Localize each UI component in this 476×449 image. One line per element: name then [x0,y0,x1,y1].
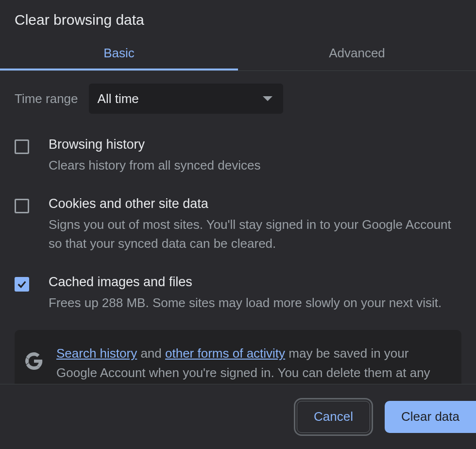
option-desc: Clears history from all synced devices [49,156,461,175]
time-range-select[interactable]: All time [89,84,283,114]
dialog-footer: Cancel Clear data [0,384,476,449]
checkbox-cookies[interactable] [15,199,29,213]
search-history-link[interactable]: Search history [56,346,137,361]
time-range-label: Time range [15,91,78,106]
option-cookies: Cookies and other site data Signs you ou… [0,186,476,264]
option-desc: Signs you out of most sites. You'll stay… [49,215,461,253]
time-range-value: All time [98,91,139,106]
clear-data-button[interactable]: Clear data [385,401,476,433]
checkbox-cached[interactable] [15,277,29,292]
option-cached: Cached images and files Frees up 288 MB.… [0,264,476,323]
chevron-down-icon [263,96,272,101]
dialog-title: Clear browsing data [0,0,476,39]
other-activity-link[interactable]: other forms of activity [165,346,285,361]
option-title: Browsing history [49,137,461,152]
tab-basic[interactable]: Basic [0,39,238,70]
checkbox-browsing-history[interactable] [15,139,29,154]
time-range-row: Time range All time [0,71,476,126]
tab-advanced[interactable]: Advanced [238,39,476,70]
option-title: Cookies and other site data [49,196,461,211]
info-text: Search history and other forms of activi… [56,344,451,383]
cancel-button[interactable]: Cancel [297,401,370,433]
option-title: Cached images and files [49,275,461,290]
check-icon [17,279,27,290]
google-g-icon [25,352,43,370]
tabs: Basic Advanced [0,39,476,71]
option-desc: Frees up 288 MB. Some sites may load mor… [49,294,461,312]
clear-browsing-data-dialog: Clear browsing data Basic Advanced Time … [0,0,476,449]
option-browsing-history: Browsing history Clears history from all… [0,126,476,186]
